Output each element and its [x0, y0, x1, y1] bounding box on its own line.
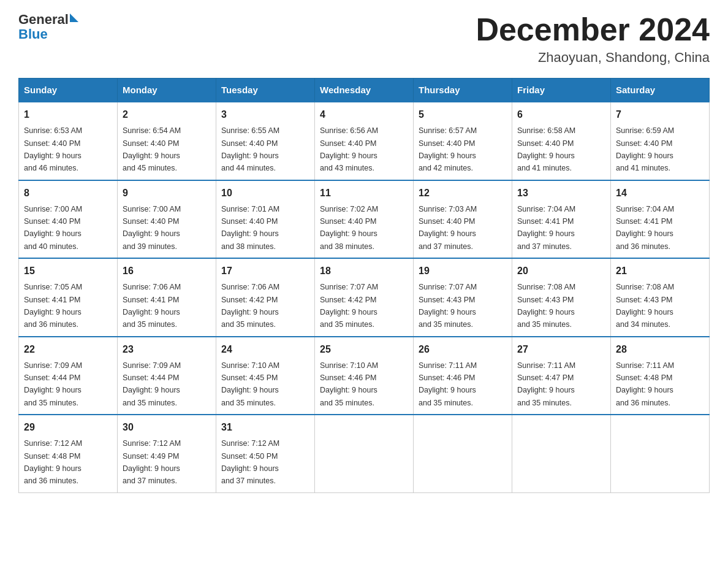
- day-header-monday: Monday: [118, 79, 216, 102]
- day-number: 11: [320, 186, 408, 201]
- calendar-cell: 22 Sunrise: 7:09 AMSunset: 4:44 PMDaylig…: [19, 337, 118, 415]
- day-number: 23: [123, 342, 211, 357]
- calendar-cell: 4 Sunrise: 6:56 AMSunset: 4:40 PMDayligh…: [315, 102, 414, 180]
- day-number: 2: [123, 107, 211, 122]
- day-header-friday: Friday: [512, 79, 611, 102]
- calendar-cell: 9 Sunrise: 7:00 AMSunset: 4:40 PMDayligh…: [118, 180, 216, 259]
- calendar-cell: 20 Sunrise: 7:08 AMSunset: 4:43 PMDaylig…: [512, 258, 611, 337]
- day-number: 14: [616, 186, 704, 201]
- calendar-cell: 5 Sunrise: 6:57 AMSunset: 4:40 PMDayligh…: [414, 102, 512, 180]
- day-number: 26: [419, 342, 507, 357]
- day-header-sunday: Sunday: [19, 79, 118, 102]
- day-header-thursday: Thursday: [414, 79, 512, 102]
- week-row-3: 15 Sunrise: 7:05 AMSunset: 4:41 PMDaylig…: [19, 258, 710, 337]
- day-info: Sunrise: 7:04 AMSunset: 4:41 PMDaylight:…: [616, 205, 674, 251]
- calendar-cell: 19 Sunrise: 7:07 AMSunset: 4:43 PMDaylig…: [414, 258, 512, 337]
- calendar-cell: 12 Sunrise: 7:03 AMSunset: 4:40 PMDaylig…: [414, 180, 512, 259]
- day-info: Sunrise: 7:05 AMSunset: 4:41 PMDaylight:…: [24, 283, 82, 329]
- calendar-cell: 31 Sunrise: 7:12 AMSunset: 4:50 PMDaylig…: [216, 415, 315, 492]
- calendar-cell: 16 Sunrise: 7:06 AMSunset: 4:41 PMDaylig…: [118, 258, 216, 337]
- calendar-cell: 23 Sunrise: 7:09 AMSunset: 4:44 PMDaylig…: [118, 337, 216, 415]
- calendar-cell: 8 Sunrise: 7:00 AMSunset: 4:40 PMDayligh…: [19, 180, 118, 259]
- location: Zhaoyuan, Shandong, China: [476, 50, 710, 66]
- day-number: 7: [616, 107, 704, 122]
- day-info: Sunrise: 6:56 AMSunset: 4:40 PMDaylight:…: [320, 126, 378, 172]
- day-info: Sunrise: 6:57 AMSunset: 4:40 PMDaylight:…: [419, 126, 477, 172]
- calendar-cell: [512, 415, 611, 492]
- day-number: 30: [123, 420, 211, 435]
- calendar-cell: 11 Sunrise: 7:02 AMSunset: 4:40 PMDaylig…: [315, 180, 414, 259]
- calendar-cell: 13 Sunrise: 7:04 AMSunset: 4:41 PMDaylig…: [512, 180, 611, 259]
- logo-blue: Blue: [18, 26, 48, 42]
- day-number: 8: [24, 186, 112, 201]
- day-info: Sunrise: 7:08 AMSunset: 4:43 PMDaylight:…: [517, 283, 575, 329]
- day-header-wednesday: Wednesday: [315, 79, 414, 102]
- day-header-tuesday: Tuesday: [216, 79, 315, 102]
- day-info: Sunrise: 7:11 AMSunset: 4:47 PMDaylight:…: [517, 361, 575, 407]
- day-number: 3: [221, 107, 309, 122]
- calendar-cell: 27 Sunrise: 7:11 AMSunset: 4:47 PMDaylig…: [512, 337, 611, 415]
- logo-general: General: [18, 12, 69, 27]
- calendar-cell: 25 Sunrise: 7:10 AMSunset: 4:46 PMDaylig…: [315, 337, 414, 415]
- calendar-cell: 18 Sunrise: 7:07 AMSunset: 4:42 PMDaylig…: [315, 258, 414, 337]
- calendar-cell: 7 Sunrise: 6:59 AMSunset: 4:40 PMDayligh…: [611, 102, 710, 180]
- calendar-cell: 1 Sunrise: 6:53 AMSunset: 4:40 PMDayligh…: [19, 102, 118, 180]
- day-info: Sunrise: 7:04 AMSunset: 4:41 PMDaylight:…: [517, 205, 575, 251]
- day-info: Sunrise: 7:06 AMSunset: 4:42 PMDaylight:…: [221, 283, 279, 329]
- week-row-4: 22 Sunrise: 7:09 AMSunset: 4:44 PMDaylig…: [19, 337, 710, 415]
- day-info: Sunrise: 7:01 AMSunset: 4:40 PMDaylight:…: [221, 205, 279, 251]
- calendar-cell: 30 Sunrise: 7:12 AMSunset: 4:49 PMDaylig…: [118, 415, 216, 492]
- day-number: 13: [517, 186, 605, 201]
- day-number: 25: [320, 342, 408, 357]
- day-number: 21: [616, 264, 704, 278]
- calendar-cell: 29 Sunrise: 7:12 AMSunset: 4:48 PMDaylig…: [19, 415, 118, 492]
- calendar-cell: 24 Sunrise: 7:10 AMSunset: 4:45 PMDaylig…: [216, 337, 315, 415]
- day-info: Sunrise: 6:55 AMSunset: 4:40 PMDaylight:…: [221, 126, 279, 172]
- logo: General Blue: [18, 12, 78, 42]
- day-info: Sunrise: 7:12 AMSunset: 4:48 PMDaylight:…: [24, 439, 82, 485]
- title-block: December 2024 Zhaoyuan, Shandong, China: [476, 12, 710, 66]
- day-info: Sunrise: 7:11 AMSunset: 4:48 PMDaylight:…: [616, 361, 674, 407]
- calendar-table: SundayMondayTuesdayWednesdayThursdayFrid…: [18, 78, 710, 493]
- day-info: Sunrise: 6:59 AMSunset: 4:40 PMDaylight:…: [616, 126, 674, 172]
- day-info: Sunrise: 7:10 AMSunset: 4:46 PMDaylight:…: [320, 361, 378, 407]
- calendar-cell: [414, 415, 512, 492]
- logo-triangle-icon: [70, 13, 78, 22]
- day-info: Sunrise: 7:03 AMSunset: 4:40 PMDaylight:…: [419, 205, 477, 251]
- calendar-cell: 14 Sunrise: 7:04 AMSunset: 4:41 PMDaylig…: [611, 180, 710, 259]
- day-number: 6: [517, 107, 605, 122]
- day-number: 22: [24, 342, 112, 357]
- day-info: Sunrise: 7:07 AMSunset: 4:43 PMDaylight:…: [419, 283, 477, 329]
- day-number: 28: [616, 342, 704, 357]
- week-row-2: 8 Sunrise: 7:00 AMSunset: 4:40 PMDayligh…: [19, 180, 710, 259]
- calendar-cell: 17 Sunrise: 7:06 AMSunset: 4:42 PMDaylig…: [216, 258, 315, 337]
- month-title: December 2024: [476, 12, 710, 47]
- calendar-cell: 28 Sunrise: 7:11 AMSunset: 4:48 PMDaylig…: [611, 337, 710, 415]
- week-row-5: 29 Sunrise: 7:12 AMSunset: 4:48 PMDaylig…: [19, 415, 710, 492]
- day-number: 12: [419, 186, 507, 201]
- week-row-1: 1 Sunrise: 6:53 AMSunset: 4:40 PMDayligh…: [19, 102, 710, 180]
- day-number: 27: [517, 342, 605, 357]
- day-info: Sunrise: 7:07 AMSunset: 4:42 PMDaylight:…: [320, 283, 378, 329]
- day-number: 29: [24, 420, 112, 435]
- calendar-cell: 15 Sunrise: 7:05 AMSunset: 4:41 PMDaylig…: [19, 258, 118, 337]
- calendar-cell: [611, 415, 710, 492]
- day-number: 16: [123, 264, 211, 278]
- day-info: Sunrise: 7:12 AMSunset: 4:49 PMDaylight:…: [123, 439, 181, 485]
- day-number: 17: [221, 264, 309, 278]
- day-info: Sunrise: 6:58 AMSunset: 4:40 PMDaylight:…: [517, 126, 575, 172]
- calendar-cell: 6 Sunrise: 6:58 AMSunset: 4:40 PMDayligh…: [512, 102, 611, 180]
- day-info: Sunrise: 7:02 AMSunset: 4:40 PMDaylight:…: [320, 205, 378, 251]
- calendar-cell: 3 Sunrise: 6:55 AMSunset: 4:40 PMDayligh…: [216, 102, 315, 180]
- day-number: 15: [24, 264, 112, 278]
- day-info: Sunrise: 7:10 AMSunset: 4:45 PMDaylight:…: [221, 361, 279, 407]
- day-number: 19: [419, 264, 507, 278]
- day-header-row: SundayMondayTuesdayWednesdayThursdayFrid…: [19, 79, 710, 102]
- day-number: 20: [517, 264, 605, 278]
- day-number: 10: [221, 186, 309, 201]
- day-number: 9: [123, 186, 211, 201]
- day-info: Sunrise: 7:09 AMSunset: 4:44 PMDaylight:…: [24, 361, 82, 407]
- day-number: 24: [221, 342, 309, 357]
- day-info: Sunrise: 6:53 AMSunset: 4:40 PMDaylight:…: [24, 126, 82, 172]
- day-info: Sunrise: 7:06 AMSunset: 4:41 PMDaylight:…: [123, 283, 181, 329]
